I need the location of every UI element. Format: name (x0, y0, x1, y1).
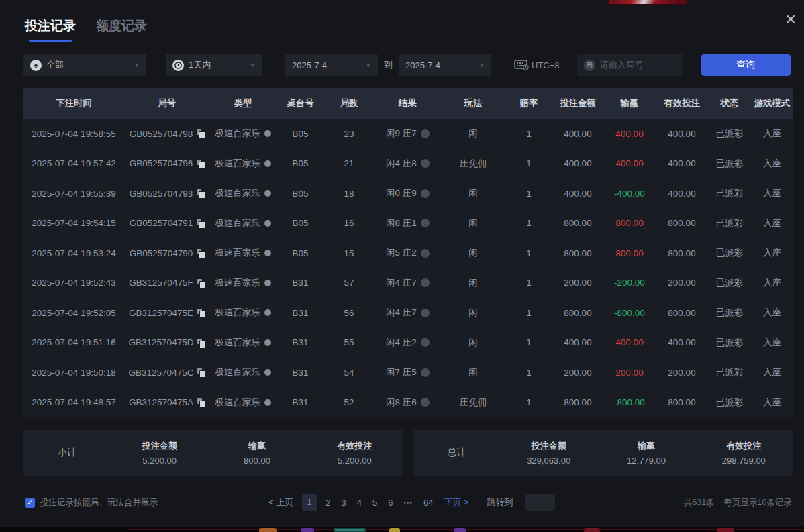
play: 闲 (442, 366, 505, 378)
game-info-icon[interactable] (264, 130, 271, 137)
expand-result-icon[interactable]: ↓ (421, 219, 430, 227)
result: 闲0 庄9 (386, 187, 417, 199)
date-to-select[interactable]: 2025-7-4 ▼ (399, 54, 491, 76)
expand-result-icon[interactable]: ↓ (421, 278, 430, 287)
copy-icon[interactable] (197, 339, 205, 347)
expand-result-icon[interactable]: ↓ (421, 129, 430, 138)
round-no: 57 (324, 278, 374, 288)
game-info-icon[interactable] (264, 339, 271, 346)
game-info-icon[interactable] (264, 280, 271, 286)
game-mode: 入座 (752, 337, 793, 349)
copy-icon[interactable] (197, 368, 205, 376)
timezone-display[interactable]: UTC+8 (514, 60, 560, 70)
round-id-cell: GB312570475A (124, 397, 209, 407)
round-no: 23 (324, 129, 374, 139)
round-no: 15 (324, 248, 374, 258)
expand-result-icon[interactable]: ↓ (421, 309, 430, 317)
close-icon[interactable]: × (785, 11, 796, 29)
win-loss: 400.00 (603, 129, 656, 139)
odds: 1 (505, 337, 553, 348)
play: 闲 (442, 127, 505, 140)
next-page-button[interactable]: 下页 > (442, 496, 470, 509)
subtotal-bet-value: 5,200.00 (111, 456, 208, 466)
copy-icon[interactable] (197, 129, 204, 138)
bet-amount: 800.00 (553, 397, 603, 407)
round-id: GB312570475F (129, 278, 193, 288)
game-info-icon[interactable] (264, 250, 271, 256)
game-info-icon[interactable] (264, 190, 271, 197)
page-button-6[interactable]: 6 (386, 498, 395, 508)
copy-icon[interactable] (197, 398, 205, 407)
table-row: 2025-07-04 19:52:43 GB312570475F 极速百家乐 B… (23, 268, 793, 299)
pagination-ellipsis[interactable]: ••• (401, 499, 415, 507)
game-info-icon[interactable] (264, 160, 271, 167)
game-info-icon[interactable] (264, 399, 271, 406)
table-no: B05 (277, 129, 324, 139)
game-type-cell: 极速百家乐 (209, 158, 277, 170)
time-range-select[interactable]: 1天内 ▼ (166, 54, 262, 76)
copy-icon[interactable] (197, 249, 204, 257)
copy-icon[interactable] (197, 219, 204, 227)
status: 已派彩 (707, 277, 752, 289)
game-type: 极速百家乐 (215, 366, 260, 378)
result: 闲8 庄1 (386, 217, 417, 229)
round-id-cell: GB0525704791 (124, 218, 209, 228)
tab-betting-records[interactable]: 投注记录 (25, 17, 76, 43)
game-type: 极速百家乐 (215, 158, 260, 170)
table-no: B05 (277, 158, 324, 168)
game-mode: 入座 (752, 127, 793, 140)
search-button[interactable]: 查询 (701, 54, 791, 76)
round-id-cell: GB312570475C (124, 368, 209, 378)
bet-amount: 200.00 (553, 278, 603, 288)
date-from-select[interactable]: 2025-7-4 ▼ (285, 54, 378, 76)
win-loss: -200.00 (603, 278, 656, 288)
expand-result-icon[interactable]: ↓ (421, 398, 430, 407)
tab-quota-records[interactable]: 额度记录 (96, 17, 147, 43)
round-id: GB0525704790 (130, 248, 193, 258)
table-no: B05 (277, 218, 324, 228)
page-button-2[interactable]: 2 (323, 498, 332, 508)
play: 庄免佣 (442, 396, 505, 409)
page-button-64[interactable]: 64 (421, 498, 435, 508)
game-info-icon[interactable] (264, 309, 271, 316)
tab-bar: 投注记录 额度记录 (0, 0, 804, 43)
partial-logo (607, 0, 689, 5)
merge-display-checkbox[interactable]: ✓ 投注记录按照局、玩法合并展示 (25, 497, 266, 509)
copy-icon[interactable] (197, 279, 205, 287)
expand-result-icon[interactable]: ↓ (421, 159, 430, 168)
copy-icon[interactable] (197, 189, 204, 197)
round-id-input[interactable]: 局 请输入局号 (577, 54, 683, 76)
betting-records-modal: × 投注记录 额度记录 ♠ 全部 ▼ 1天内 ▼ 2025-7-4 ▼ 到 20 (0, 0, 804, 532)
table-row: 2025-07-04 19:53:24 GB0525704790 极速百家乐 B… (23, 238, 793, 268)
col-valid-bet: 有效投注 (656, 97, 707, 109)
bet-time: 2025-07-04 19:55:39 (23, 189, 124, 199)
game-type-select[interactable]: ♠ 全部 ▼ (23, 54, 146, 76)
table-no: B31 (277, 337, 324, 348)
page-button-4[interactable]: 4 (355, 498, 364, 508)
game-info-icon[interactable] (264, 369, 271, 376)
game-type-cell: 极速百家乐 (209, 217, 277, 229)
result-cell: 闲8 庄6↓ (374, 396, 442, 409)
prev-page-button[interactable]: < 上页 (266, 496, 295, 509)
page-button-1[interactable]: 1 (302, 494, 317, 511)
expand-result-icon[interactable]: ↓ (421, 338, 430, 347)
game-type-cell: 极速百家乐 (209, 277, 277, 289)
odds: 1 (505, 368, 553, 378)
copy-icon[interactable] (197, 160, 204, 168)
copy-icon[interactable] (197, 309, 205, 317)
win-loss: 200.00 (603, 368, 656, 378)
valid-bet-label: 有效投注 (695, 440, 793, 452)
expand-result-icon[interactable]: ↓ (421, 249, 430, 258)
total-bet-value: 329,063.00 (500, 456, 597, 466)
lobby-blob (584, 528, 600, 532)
expand-result-icon[interactable]: ↓ (421, 189, 430, 198)
page-button-3[interactable]: 3 (339, 498, 348, 508)
table-header-row: 下注时间 局号 类型 桌台号 局数 结果 玩法 赔率 投注金额 输赢 有效投注 … (23, 88, 793, 119)
game-mode: 入座 (752, 247, 793, 259)
expand-result-icon[interactable]: ↓ (421, 368, 430, 377)
game-info-icon[interactable] (264, 220, 271, 227)
page-button-5[interactable]: 5 (370, 498, 379, 508)
checkbox-checked-icon[interactable]: ✓ (25, 498, 35, 508)
status: 已派彩 (707, 127, 752, 140)
jump-page-input[interactable] (525, 494, 555, 511)
